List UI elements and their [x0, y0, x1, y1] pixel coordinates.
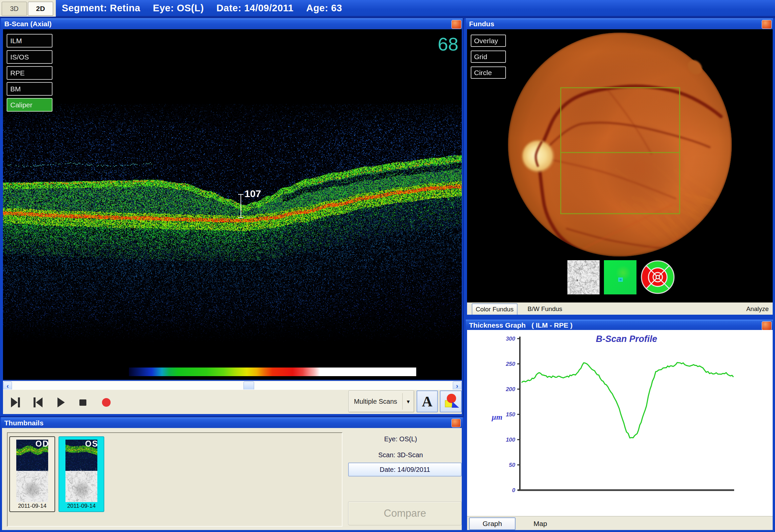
- svg-text:µm: µm: [491, 413, 503, 421]
- svg-text:50: 50: [509, 462, 515, 468]
- svg-text:150: 150: [506, 411, 516, 418]
- svg-text:200: 200: [506, 386, 516, 393]
- svg-text:B-Scan Profile: B-Scan Profile: [596, 334, 657, 344]
- svg-text:100: 100: [506, 437, 516, 443]
- svg-text:300: 300: [506, 336, 516, 342]
- svg-text:0: 0: [512, 487, 516, 493]
- svg-text:250: 250: [506, 361, 516, 367]
